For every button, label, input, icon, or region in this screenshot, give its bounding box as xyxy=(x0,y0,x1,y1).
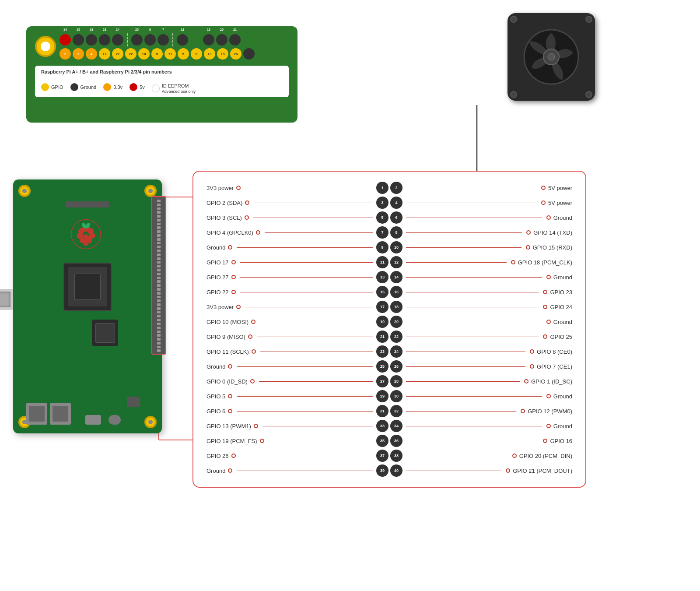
left-text-18: GPIO 26 xyxy=(206,453,229,459)
pin-circle-18: 18 xyxy=(390,301,402,313)
left-text-15: GPIO 6 xyxy=(206,408,225,415)
pin-circle-11: 11 xyxy=(376,256,388,268)
gpio-connector-block xyxy=(127,397,140,407)
pin-pair-29-30: 29 30 xyxy=(376,389,402,404)
right-label-9: Ground xyxy=(402,317,572,327)
pin-5b: 5 xyxy=(178,48,189,60)
pin-pair-7-8: 7 8 xyxy=(376,225,402,240)
right-dot-1 xyxy=(541,201,546,205)
line-right-0 xyxy=(406,188,537,188)
gpio-label: GPIO xyxy=(51,84,63,90)
fan-corner-bl xyxy=(510,91,517,98)
pin-circle-23: 23 xyxy=(376,345,388,358)
pin-pair-15-16: 15 16 xyxy=(376,285,402,299)
right-text-17: GPIO 16 xyxy=(550,438,572,444)
pin-pair-27-28: 27 28 xyxy=(376,374,402,389)
right-text-7: GPIO 23 xyxy=(550,289,572,296)
camera-connector xyxy=(66,201,109,208)
pin-2: 2 xyxy=(60,48,71,60)
pin-circle-25: 25 xyxy=(376,360,388,373)
pin-circle-17: 17 xyxy=(376,301,388,313)
left-text-19: Ground xyxy=(206,468,225,474)
left-dot-0 xyxy=(236,186,241,190)
right-dot-6 xyxy=(546,275,551,279)
3v3-label: 3.3v xyxy=(113,84,122,90)
pin-pair-33-34: 33 34 xyxy=(376,419,402,433)
rpi-pcb xyxy=(13,179,162,433)
left-text-0: 3V3 power xyxy=(206,185,234,191)
left-label-10: GPIO 9 (MISO) xyxy=(206,332,376,341)
pin-22: 22 xyxy=(125,48,136,60)
mount-hole-tr xyxy=(144,185,157,197)
pin-circle-6: 6 xyxy=(390,211,402,224)
3v3-dot xyxy=(103,83,111,91)
pin-circle-5: 5 xyxy=(376,211,388,224)
pin-12: 12 xyxy=(177,34,188,46)
right-dot-9 xyxy=(546,320,551,324)
right-label-18: GPIO 20 (PCM_DIN) xyxy=(402,451,572,461)
left-label-0: 3V3 power xyxy=(206,183,376,193)
gpio-dot xyxy=(41,83,49,91)
left-dot-2 xyxy=(245,215,249,220)
right-dot-16 xyxy=(546,424,551,428)
right-text-18: GPIO 20 (PCM_DIN) xyxy=(519,453,572,459)
right-dot-4 xyxy=(526,245,530,250)
cpu-chip xyxy=(63,263,112,311)
line-right-4 xyxy=(406,247,522,248)
hdmi-ports xyxy=(26,403,74,425)
right-dot-2 xyxy=(546,215,551,220)
right-text-4: GPIO 15 (RXD) xyxy=(533,244,572,251)
left-label-19: Ground xyxy=(206,466,376,475)
line-left-14 xyxy=(237,396,373,397)
pin-pair-11-12: 11 12 xyxy=(376,255,402,270)
rpi-logo xyxy=(71,219,102,251)
left-text-12: Ground xyxy=(206,363,225,370)
line-right-16 xyxy=(406,426,542,426)
line-right-19 xyxy=(406,471,501,471)
right-label-10: GPIO 25 xyxy=(402,332,572,341)
ground-label: Ground xyxy=(80,84,97,90)
right-label-2: Ground xyxy=(402,213,572,222)
pin-circle-1: 1 xyxy=(376,182,388,194)
line-right-11 xyxy=(406,352,525,352)
right-dot-0 xyxy=(541,186,546,190)
ethernet-port xyxy=(0,289,13,310)
fan-corner-tr xyxy=(585,16,592,23)
pinout-diagram: 3V3 power 1 2 5V powerGPIO 2 (SDA) 3 4 5… xyxy=(192,171,586,488)
pin-6: 6 xyxy=(191,48,202,60)
pin-pair-1-2: 1 2 xyxy=(376,180,402,195)
left-label-12: Ground xyxy=(206,362,376,371)
right-label-4: GPIO 15 (RXD) xyxy=(402,243,572,252)
pin-20: 20 xyxy=(216,34,228,46)
ground-dot xyxy=(70,83,78,91)
pin-pair-19-20: 19 20 xyxy=(376,314,402,329)
pin-23: 23 xyxy=(99,34,110,46)
left-label-8: 3V3 power xyxy=(206,303,376,312)
left-dot-9 xyxy=(251,320,256,324)
pin-pair-37-38: 37 38 xyxy=(376,448,402,463)
right-dot-15 xyxy=(521,409,525,413)
mount-hole-tl xyxy=(18,185,31,197)
left-text-1: GPIO 2 (SDA) xyxy=(206,200,242,206)
right-label-15: GPIO 12 (PWM0) xyxy=(402,407,572,416)
left-text-6: GPIO 27 xyxy=(206,274,229,281)
right-text-1: 5V power xyxy=(548,200,572,206)
pin-10: 10 xyxy=(138,48,150,60)
left-dot-8 xyxy=(236,305,241,309)
line-left-19 xyxy=(237,471,373,471)
right-label-6: Ground xyxy=(402,273,572,282)
pin-circle-22: 22 xyxy=(390,331,402,343)
pin-circle-14: 14 xyxy=(390,271,402,283)
line-right-8 xyxy=(406,307,539,307)
pin-circle-24: 24 xyxy=(390,345,402,358)
right-label-7: GPIO 23 xyxy=(402,288,572,297)
pin-pair-23-24: 23 24 xyxy=(376,344,402,359)
right-dot-3 xyxy=(526,230,531,235)
line-left-12 xyxy=(237,366,373,367)
line-left-4 xyxy=(237,247,373,248)
pin-circle-35: 35 xyxy=(376,435,388,447)
line-left-8 xyxy=(245,307,373,307)
right-label-11: GPIO 8 (CE0) xyxy=(402,347,572,356)
5v-dot xyxy=(130,83,137,91)
pi-gpio-connector-outline xyxy=(151,196,166,355)
